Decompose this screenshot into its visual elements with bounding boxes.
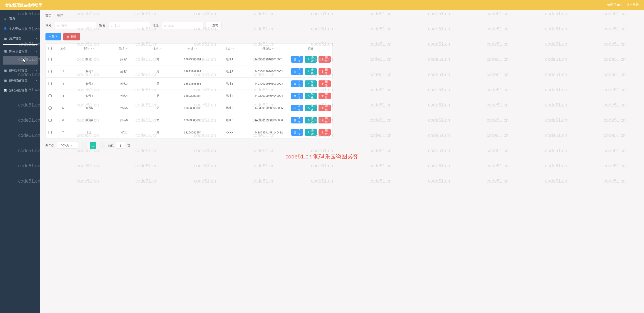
cell-phone: 13823888884: [174, 94, 211, 97]
edit-icon: ✎: [308, 94, 310, 97]
row-edit-button[interactable]: ✎ 修改: [305, 117, 317, 123]
sidebar-item-label: 接种提醒管理: [9, 78, 28, 82]
row-detail-button[interactable]: ▤ 详情: [291, 117, 303, 123]
row-detail-button[interactable]: ▤ 详情: [291, 105, 303, 111]
row-delete-button[interactable]: 🗑 删除: [318, 80, 331, 87]
cell-sex: 男: [142, 130, 174, 134]
row-delete-button[interactable]: 🗑 删除: [318, 129, 331, 136]
table-row: 2账号2姓名2男13823888882地址2440300199202020002…: [46, 65, 332, 78]
search-bar: 账号 ⌕ 姓名 ⌕ 地址 ⌕ ⌕查询: [46, 22, 643, 29]
row-detail-button[interactable]: ▤ 详情: [291, 68, 303, 75]
row-delete-button[interactable]: 🗑 删除: [318, 93, 331, 99]
cell-sex: 男: [142, 69, 174, 73]
submenu-hover[interactable]: [2, 56, 38, 64]
sidebar-item-1[interactable]: 👤个人中心▾: [0, 23, 40, 33]
cell-sex: 男: [142, 57, 174, 61]
cell-phone: 13823888882: [174, 70, 211, 73]
col-account[interactable]: 账号▲▼: [72, 46, 106, 50]
row-edit-button[interactable]: ✎ 修改: [305, 93, 317, 99]
col-address[interactable]: 地址▲▼: [211, 46, 248, 50]
sidebar-item-2[interactable]: ▦用户管理▾: [0, 33, 40, 43]
col-sex[interactable]: 性别▲▼: [142, 46, 174, 50]
row-detail-button[interactable]: ▤ 详情: [291, 80, 303, 87]
trash-icon: 🗑: [321, 82, 324, 85]
current-user[interactable]: 管理员 abo: [607, 3, 622, 7]
row-delete-button[interactable]: 🗑 删除: [318, 105, 331, 111]
row-checkbox[interactable]: [48, 119, 52, 122]
chevron-down-icon: ▾: [36, 69, 37, 72]
page-jump: 前往 页: [108, 142, 130, 149]
breadcrumb: 首页 / 用户: [46, 13, 643, 17]
edit-icon: ✎: [308, 131, 310, 134]
row-checkbox[interactable]: [48, 82, 52, 85]
row-delete-button[interactable]: 🗑 删除: [318, 56, 331, 63]
cell-phone: 13823888886: [174, 118, 211, 122]
cell-name: 姓名5: [106, 106, 142, 110]
row-delete-button[interactable]: 🗑 删除: [318, 117, 331, 123]
cell-account: 111: [72, 131, 106, 134]
chevron-down-icon: ▾: [36, 37, 37, 40]
row-edit-button[interactable]: ✎ 修改: [305, 105, 317, 111]
page-1-button[interactable]: 1: [90, 142, 96, 149]
doc-icon: ▤: [294, 106, 296, 110]
search-button[interactable]: ⌕查询: [206, 22, 222, 29]
col-idcard[interactable]: 身份证▲▼: [248, 46, 289, 50]
pagesize-select[interactable]: 10条/页: [57, 142, 78, 149]
row-edit-button[interactable]: ✎ 修改: [305, 68, 317, 75]
search-address-input[interactable]: [162, 22, 204, 29]
sidebar: ⌂首页👤个人中心▾▦用户管理▾▦疫苗信息管理▾▦接种预约管理▾▦接种提醒管理▾📊…: [0, 10, 40, 313]
search-account-label: 账号: [46, 23, 52, 27]
row-edit-button[interactable]: ✎ 修改: [305, 80, 317, 87]
row-delete-button[interactable]: 🗑 删除: [318, 68, 331, 75]
sidebar-item-6[interactable]: 📊预约分配管理▾: [0, 85, 40, 95]
next-page-button[interactable]: ›: [99, 142, 106, 149]
cell-idcard: 440300199505050005: [248, 106, 289, 110]
search-icon: ⌕: [164, 24, 166, 27]
sidebar-item-4[interactable]: ▦接种预约管理▾: [0, 65, 40, 75]
page-jump-input[interactable]: [116, 142, 125, 149]
logout-link[interactable]: 退出登录: [626, 3, 639, 7]
row-detail-button[interactable]: ▤ 详情: [291, 93, 303, 99]
chevron-down-icon: ▾: [36, 89, 37, 92]
cell-account: 账号5: [72, 106, 106, 110]
col-name[interactable]: 姓名▲▼: [106, 46, 142, 50]
cell-idcard: 440300199101010001: [248, 58, 289, 61]
cell-phone: 18154541454: [174, 131, 211, 134]
action-bar: +新增 🗑删除: [46, 33, 643, 40]
row-checkbox[interactable]: [48, 106, 52, 110]
select-all-checkbox[interactable]: [48, 47, 52, 50]
sidebar-item-0[interactable]: ⌂首页: [0, 13, 40, 23]
search-icon: ⌕: [57, 24, 59, 27]
search-account-input[interactable]: [55, 22, 96, 29]
sidebar-item-5[interactable]: ▦接种提醒管理▾: [0, 75, 40, 85]
row-edit-button[interactable]: ✎ 修改: [305, 129, 317, 136]
search-icon: ⌕: [210, 24, 211, 27]
cell-phone: 13823888885: [174, 106, 211, 110]
cell-account: 账号3: [72, 82, 106, 86]
prev-page-button[interactable]: ‹: [81, 142, 87, 149]
cell-account: 账号1: [72, 57, 106, 61]
add-button[interactable]: +新增: [46, 33, 61, 40]
table-row: 6账号6姓名6男13823888886地址6440300199606060006…: [46, 114, 332, 126]
menu-icon: 👤: [4, 27, 7, 30]
sidebar-item-3[interactable]: ▦疫苗信息管理▾: [0, 46, 40, 56]
chevron-down-icon: ▾: [36, 50, 37, 53]
row-checkbox[interactable]: [48, 131, 52, 134]
cell-phone: 13823888881: [174, 58, 211, 61]
row-detail-button[interactable]: ▤ 详情: [291, 129, 303, 136]
doc-icon: ▤: [294, 131, 296, 134]
row-checkbox[interactable]: [48, 94, 52, 97]
cell-idcard: 440300199606060006: [248, 118, 289, 122]
row-checkbox[interactable]: [48, 70, 52, 73]
col-phone[interactable]: 手机▲▼: [174, 46, 211, 50]
menu-icon: ▦: [4, 49, 7, 53]
row-checkbox[interactable]: [48, 58, 52, 61]
delete-button[interactable]: 🗑删除: [63, 33, 80, 40]
cell-address: 地址4: [211, 94, 248, 98]
row-detail-button[interactable]: ▤ 详情: [291, 56, 303, 63]
trash-icon: 🗑: [67, 35, 70, 38]
row-edit-button[interactable]: ✎ 修改: [305, 56, 317, 63]
col-index[interactable]: 索引: [54, 46, 72, 50]
breadcrumb-root[interactable]: 首页: [46, 13, 52, 17]
search-name-input[interactable]: [108, 22, 150, 29]
